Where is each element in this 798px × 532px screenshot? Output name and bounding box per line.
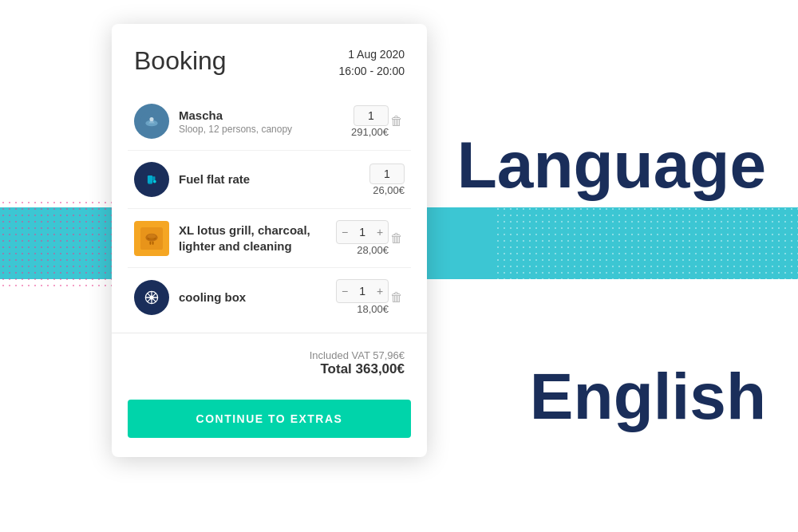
item-info-mascha: Mascha Sloop, 12 persons, canopy: [179, 108, 340, 135]
svg-point-20: [149, 295, 153, 299]
trash-icon-cooling[interactable]: 🗑: [389, 290, 405, 305]
item-info-fuel: Fuel flat rate: [179, 171, 356, 187]
svg-rect-6: [148, 183, 152, 184]
svg-rect-5: [152, 176, 155, 180]
item-price-grill: 28,00€: [345, 244, 389, 256]
svg-rect-12: [152, 241, 154, 244]
card-body: Mascha Sloop, 12 persons, canopy 1 291,0…: [112, 93, 427, 326]
svg-point-2: [149, 117, 153, 121]
price-col-grill: − 1 + 28,00€: [336, 220, 389, 256]
item-desc-mascha: Sloop, 12 persons, canopy: [179, 124, 340, 135]
booking-card: Booking 1 Aug 2020 16:00 - 20:00 Mascha …: [112, 24, 427, 457]
price-col-mascha: 1 291,00€: [340, 105, 389, 138]
item-price-mascha: 291,00€: [345, 126, 389, 138]
total-text: Total 363,00€: [134, 361, 405, 377]
card-footer: CONTINUE TO EXTRAS: [112, 390, 427, 457]
card-title: Booking: [134, 46, 227, 76]
item-name-cooling: cooling box: [179, 290, 336, 305]
fuel-icon: [134, 162, 169, 197]
item-row-mascha: Mascha Sloop, 12 persons, canopy 1 291,0…: [128, 93, 411, 151]
qty-num-cooling: 1: [353, 285, 372, 298]
price-col-fuel: 1 26,00€: [356, 164, 405, 196]
vat-text: Included VAT 57,96€: [134, 349, 405, 361]
language-label: Language: [457, 128, 766, 203]
grill-icon: [134, 221, 169, 256]
item-row-fuel: Fuel flat rate 1 26,00€: [128, 151, 411, 209]
qty-plus-cooling[interactable]: +: [372, 280, 388, 302]
qty-num-grill: 1: [353, 226, 372, 238]
qty-plus-grill[interactable]: +: [372, 221, 388, 243]
svg-rect-11: [149, 241, 151, 244]
dot-overlay-right: [495, 199, 798, 287]
item-info-cooling: cooling box: [179, 290, 336, 305]
qty-minus-cooling[interactable]: −: [337, 280, 353, 302]
trash-icon-grill[interactable]: 🗑: [389, 231, 405, 246]
item-name-grill: XL lotus grill, charcoal, lighter and cl…: [179, 223, 336, 254]
item-info-grill: XL lotus grill, charcoal, lighter and cl…: [179, 223, 336, 254]
dot-overlay-left: [0, 199, 128, 287]
item-name-mascha: Mascha: [179, 108, 340, 124]
price-col-cooling: − 1 + 18,00€: [336, 279, 389, 315]
card-totals: Included VAT 57,96€ Total 363,00€: [112, 340, 427, 390]
boat-icon: [134, 104, 169, 139]
qty-box-fuel: 1: [369, 164, 405, 184]
item-row-grill: XL lotus grill, charcoal, lighter and cl…: [128, 209, 411, 268]
item-name-fuel: Fuel flat rate: [179, 171, 356, 187]
qty-controls-grill: − 1 +: [336, 220, 389, 244]
qty-controls-cooling: − 1 +: [336, 279, 389, 303]
qty-minus-grill[interactable]: −: [337, 221, 353, 243]
item-price-cooling: 18,00€: [345, 303, 389, 315]
english-label: English: [530, 359, 766, 434]
card-divider: [112, 333, 427, 333]
trash-icon-mascha[interactable]: 🗑: [389, 113, 405, 129]
item-row-cooling: cooling box − 1 + 18,00€ 🗑: [128, 268, 411, 326]
continue-button[interactable]: CONTINUE TO EXTRAS: [128, 400, 411, 438]
cooling-icon: [134, 280, 169, 315]
qty-box-mascha: 1: [354, 105, 389, 126]
svg-point-13: [148, 234, 156, 238]
svg-rect-4: [148, 175, 152, 183]
card-header: Booking 1 Aug 2020 16:00 - 20:00: [112, 24, 427, 93]
card-date: 1 Aug 2020 16:00 - 20:00: [338, 46, 405, 80]
svg-point-7: [153, 180, 156, 183]
item-price-fuel: 26,00€: [361, 184, 405, 196]
